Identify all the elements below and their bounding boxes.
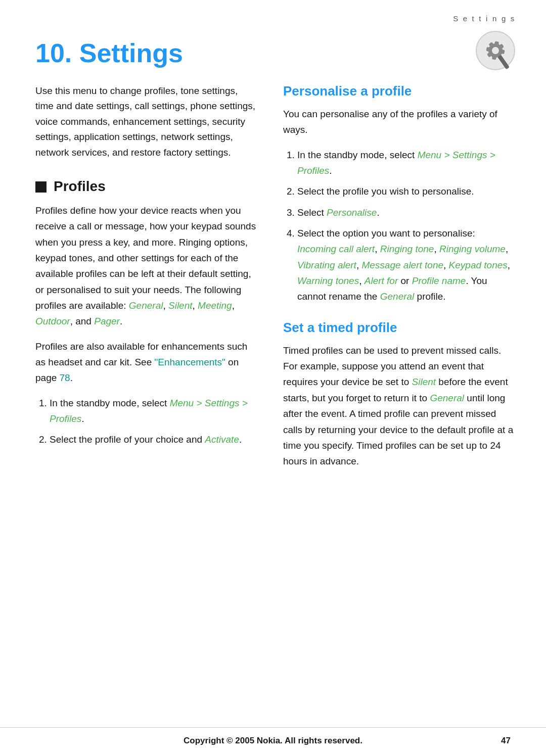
profiles-title-text: Profiles (54, 178, 106, 195)
page-number: 47 (501, 736, 511, 746)
svg-rect-7 (486, 47, 490, 52)
left-column: Use this menu to change profiles, tone s… (35, 83, 258, 479)
personalise-step-3: Select Personalise. (297, 205, 516, 220)
profiles-body1: Profiles define how your device reacts w… (35, 203, 258, 329)
profiles-step-1: In the standby mode, select Menu > Setti… (50, 395, 258, 427)
profiles-section: Profiles Profiles define how your device… (35, 178, 258, 448)
page-header: S e t t i n g s (0, 0, 546, 23)
right-column: Personalise a profile You can personalis… (283, 83, 516, 479)
personalise-step-1: In the standby mode, select Menu > Setti… (297, 147, 516, 179)
enhancements-link[interactable]: "Enhancements" (155, 357, 225, 367)
gear-icon (473, 28, 518, 73)
profiles-body2: Profiles are also available for enhancem… (35, 339, 258, 386)
intro-text: Use this menu to change profiles, tone s… (35, 83, 258, 160)
page-link-78[interactable]: 78 (60, 372, 70, 383)
personalise-step-2: Select the profile you wish to personali… (297, 183, 516, 199)
personalise-step-4: Select the option you want to personalis… (297, 225, 516, 305)
timed-profile-body: Timed profiles can be used to prevent mi… (283, 343, 516, 469)
timed-profile-section: Set a timed profile Timed profiles can b… (283, 320, 516, 469)
personalise-section: Personalise a profile You can personalis… (283, 83, 516, 305)
personalise-title: Personalise a profile (283, 83, 516, 99)
timed-profile-title: Set a timed profile (283, 320, 516, 336)
personalise-intro: You can personalise any of the profiles … (283, 106, 516, 138)
footer-copyright: Copyright © 2005 Nokia. All rights reser… (184, 736, 362, 746)
header-label: S e t t i n g s (453, 14, 516, 23)
profiles-section-heading: Profiles (35, 178, 258, 195)
page-title: 10. Settings (0, 23, 546, 83)
profiles-title-box (35, 181, 47, 193)
svg-rect-8 (494, 41, 499, 45)
page-footer: Copyright © 2005 Nokia. All rights reser… (0, 727, 546, 756)
profiles-step-2: Select the profile of your choice and Ac… (50, 432, 258, 447)
profiles-steps: In the standby mode, select Menu > Setti… (50, 395, 258, 448)
svg-rect-10 (500, 50, 505, 54)
personalise-steps: In the standby mode, select Menu > Setti… (297, 147, 516, 305)
svg-rect-9 (492, 55, 496, 60)
